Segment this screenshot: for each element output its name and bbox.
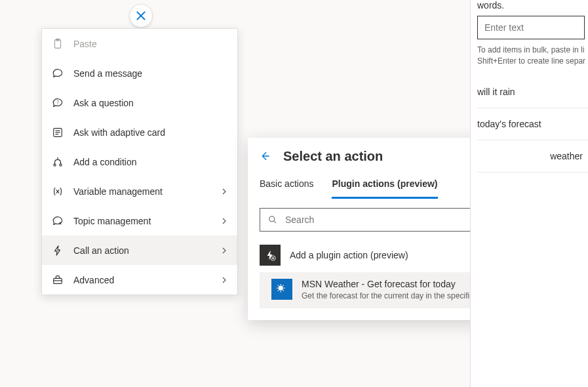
search-icon xyxy=(267,214,279,226)
card-icon xyxy=(51,126,64,139)
svg-point-8 xyxy=(60,163,62,165)
menu-item-advanced[interactable]: Advanced xyxy=(42,265,237,295)
message-icon xyxy=(51,67,64,80)
menu-item-call-action[interactable]: Call an action xyxy=(42,235,237,265)
close-icon xyxy=(135,10,147,22)
tab-plugin-actions[interactable]: Plugin actions (preview) xyxy=(332,171,437,199)
topic-icon xyxy=(51,214,64,228)
menu-item-variable-management[interactable]: Variable management xyxy=(42,176,237,206)
menu-item-paste[interactable]: Paste xyxy=(42,29,237,58)
phrase-item[interactable]: weather xyxy=(477,140,588,173)
condition-icon xyxy=(51,155,64,169)
menu-item-label: Paste xyxy=(73,39,228,49)
toolbox-icon xyxy=(51,274,64,287)
svg-text:?: ? xyxy=(56,100,58,105)
menu-item-adaptive-card[interactable]: Ask with adaptive card xyxy=(42,117,237,147)
lightning-icon xyxy=(51,244,64,257)
menu-item-ask-question[interactable]: ? Ask a question xyxy=(42,88,237,117)
close-node-button[interactable] xyxy=(129,4,153,28)
menu-item-label: Ask a question xyxy=(73,98,228,108)
phrase-item[interactable]: will it rain xyxy=(477,76,588,108)
chevron-right-icon xyxy=(220,217,228,225)
menu-item-label: Advanced xyxy=(73,275,220,285)
menu-item-label: Send a message xyxy=(73,68,228,79)
svg-point-14 xyxy=(279,286,283,291)
plugin-tile-icon xyxy=(260,245,281,266)
helper-text: To add items in bulk, paste in li Shift+… xyxy=(471,43,588,76)
enter-text-box[interactable] xyxy=(477,16,585,39)
menu-item-label: Topic management xyxy=(73,216,220,226)
svg-line-19 xyxy=(278,285,279,286)
context-menu: Paste Send a message ? Ask a question As… xyxy=(41,28,238,295)
menu-item-add-condition[interactable]: Add a condition xyxy=(42,147,237,176)
phrase-list: will it rain today's forecast weather xyxy=(471,76,588,173)
phrase-item[interactable]: today's forecast xyxy=(477,108,588,140)
weather-tile-icon xyxy=(271,279,292,300)
menu-item-label: Variable management xyxy=(73,186,220,197)
menu-item-label: Ask with adaptive card xyxy=(73,127,228,138)
menu-item-send-message[interactable]: Send a message xyxy=(42,58,237,88)
svg-point-11 xyxy=(269,216,275,222)
variable-icon xyxy=(51,185,64,198)
chevron-right-icon xyxy=(220,188,228,195)
trigger-phrases-panel: words. To add items in bulk, paste in li… xyxy=(470,0,588,387)
tab-basic-actions[interactable]: Basic actions xyxy=(260,171,313,199)
svg-line-12 xyxy=(274,221,276,223)
enter-text-input[interactable] xyxy=(484,22,578,33)
paste-icon xyxy=(51,37,64,51)
svg-line-22 xyxy=(283,285,283,286)
chevron-right-icon xyxy=(220,247,228,255)
menu-item-label: Add a condition xyxy=(73,157,228,167)
panel-top-text: words. xyxy=(471,0,588,14)
svg-line-21 xyxy=(278,290,279,291)
svg-line-20 xyxy=(283,290,283,291)
question-icon: ? xyxy=(51,96,64,110)
menu-item-label: Call an action xyxy=(73,245,220,256)
chevron-right-icon xyxy=(220,276,228,284)
menu-item-topic-management[interactable]: Topic management xyxy=(42,206,237,235)
arrow-left-icon xyxy=(259,150,271,162)
svg-point-7 xyxy=(54,163,56,165)
back-button[interactable] xyxy=(257,148,273,164)
